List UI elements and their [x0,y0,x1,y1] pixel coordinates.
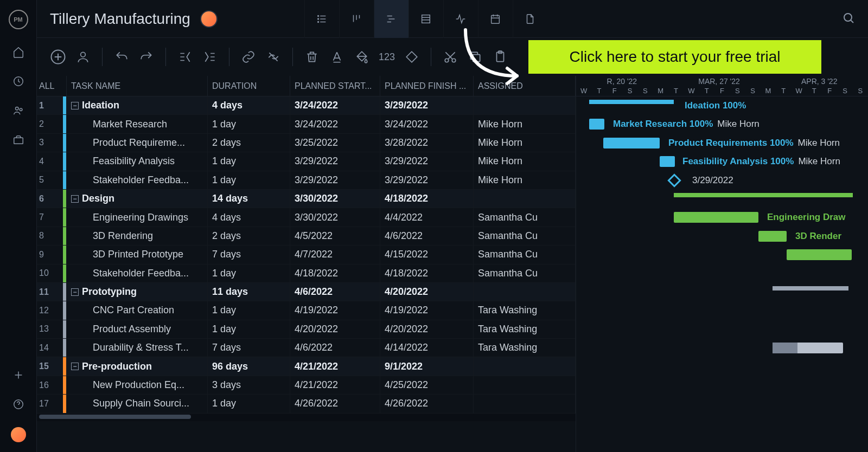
gantt-row[interactable] [576,376,868,395]
help-icon[interactable] [12,398,25,411]
task-row[interactable]: 11 −Prototyping 11 days 4/6/2022 4/20/20… [37,283,576,301]
redo-button[interactable] [138,49,155,65]
home-icon[interactable] [12,46,25,59]
gantt-bar[interactable] [787,249,852,260]
timeline-date: R, 20 '22 [607,77,637,86]
gantt-row[interactable] [576,339,868,357]
format-number-label[interactable]: 123 [379,51,395,63]
gantt-row[interactable]: Feasibility Analysis 100%Mike Horn [576,152,868,171]
timeline-day: M [653,87,668,95]
link-button[interactable] [240,49,257,65]
gantt-row[interactable]: Product Requirements 100%Mike Horn [576,134,868,152]
gantt-bar-label: 3/29/2022 [692,175,733,186]
gantt-row[interactable] [576,264,868,283]
collapse-button[interactable]: − [71,288,79,296]
col-header-finish[interactable]: PLANNED FINISH ... [380,76,474,96]
timeline-date: APR, 3 '22 [801,77,838,86]
view-file-icon[interactable] [513,0,547,38]
gantt-row[interactable] [576,246,868,264]
add-user-button[interactable] [75,49,91,65]
project-avatar[interactable] [200,10,218,28]
task-row[interactable]: 15 −Pre-production 96 days 4/21/2022 9/1… [37,357,576,376]
fill-button[interactable] [354,49,370,65]
grid-h-scrollbar[interactable] [37,414,576,421]
gantt-summary-bar[interactable] [589,100,674,104]
col-header-name[interactable]: TASK NAME [67,76,208,96]
gantt-bar[interactable] [674,212,758,223]
indent-button[interactable] [202,49,218,65]
gantt-row[interactable]: Ideation 100% [576,96,868,115]
task-name: 3D Printed Prototype [93,249,183,260]
row-number: 11 [39,287,49,297]
task-row[interactable]: 16 New Production Eq... 3 days 4/21/2022… [37,376,576,395]
plus-icon[interactable] [12,369,25,382]
view-board-icon[interactable] [339,0,374,38]
gantt-summary-bar[interactable] [674,193,853,197]
gantt-bar[interactable] [660,156,675,167]
col-header-all[interactable]: ALL [37,76,67,96]
svg-point-6 [318,18,319,20]
gantt-row[interactable]: Market Research 100%Mike Horn [576,115,868,133]
view-list-icon[interactable] [304,0,339,38]
view-calendar-icon[interactable] [478,0,513,38]
gantt-row[interactable]: 3/29/2022 [576,171,868,190]
task-row[interactable]: 3 Product Requireme... 2 days 3/25/2022 … [37,134,576,152]
team-icon[interactable] [12,104,25,117]
copy-button[interactable] [467,49,483,65]
gantt-row[interactable] [576,320,868,339]
text-style-button[interactable] [329,49,345,65]
gantt-bar[interactable] [603,138,660,148]
col-header-assigned[interactable]: ASSIGNED [474,76,576,96]
task-row[interactable]: 4 Feasibility Analysis 1 day 3/29/2022 3… [37,152,576,171]
gantt-bar[interactable] [758,231,787,242]
task-row[interactable]: 12 CNC Part Creation 1 day 4/19/2022 4/1… [37,301,576,320]
task-assignee [474,283,576,301]
delete-button[interactable] [304,49,320,65]
gantt-summary-bar[interactable] [773,286,848,290]
task-row[interactable]: 2 Market Research 1 day 3/24/2022 3/24/2… [37,115,576,133]
gantt-milestone[interactable] [667,173,681,187]
view-gantt-icon[interactable] [374,0,409,38]
gantt-bar-label: Market Research 100%Mike Horn [613,119,760,130]
collapse-button[interactable]: − [71,102,79,109]
collapse-button[interactable]: − [71,363,79,370]
briefcase-icon[interactable] [12,133,25,146]
gantt-bar[interactable] [589,119,604,130]
view-activity-icon[interactable] [443,0,478,38]
gantt-row[interactable] [576,283,868,301]
user-avatar-small[interactable] [11,427,26,442]
gantt-row[interactable] [576,301,868,320]
free-trial-cta[interactable]: Click here to start your free trial [528,40,821,74]
col-header-start[interactable]: PLANNED START... [290,76,380,96]
gantt-row[interactable] [576,190,868,208]
task-row[interactable]: 7 Engineering Drawings 4 days 3/30/2022 … [37,208,576,227]
outdent-button[interactable] [177,49,193,65]
task-row[interactable]: 14 Durability & Stress T... 7 days 4/6/2… [37,339,576,357]
task-row[interactable]: 10 Stakeholder Feedba... 1 day 4/18/2022… [37,264,576,283]
view-sheet-icon[interactable] [409,0,443,38]
gantt-row[interactable]: 3D Render [576,227,868,246]
unlink-button[interactable] [265,49,282,65]
app-logo[interactable]: PM [9,10,28,29]
cut-button[interactable] [442,49,458,65]
clock-icon[interactable] [12,75,25,88]
search-icon[interactable] [842,11,855,27]
gantt-row[interactable] [576,395,868,413]
gantt-bar[interactable] [773,343,843,353]
task-row[interactable]: 5 Stakeholder Feedba... 1 day 3/29/2022 … [37,171,576,190]
gantt-row[interactable] [576,357,868,376]
task-row[interactable]: 6 −Design 14 days 3/30/2022 4/18/2022 [37,190,576,208]
col-header-duration[interactable]: DURATION [208,76,290,96]
task-row[interactable]: 1 −Ideation 4 days 3/24/2022 3/29/2022 [37,96,576,115]
undo-button[interactable] [113,49,130,65]
gantt-chart[interactable]: R, 20 '22MAR, 27 '22APR, 3 '22 WTFSSMTWT… [576,76,868,452]
collapse-button[interactable]: − [71,195,79,203]
add-task-button[interactable] [50,49,66,65]
task-row[interactable]: 9 3D Printed Prototype 7 days 4/7/2022 4… [37,246,576,264]
priority-button[interactable] [404,49,420,65]
task-row[interactable]: 13 Product Assembly 1 day 4/20/2022 4/20… [37,320,576,339]
task-row[interactable]: 8 3D Rendering 2 days 4/5/2022 4/6/2022 … [37,227,576,246]
task-row[interactable]: 17 Supply Chain Sourci... 1 day 4/26/202… [37,395,576,413]
paste-button[interactable] [492,49,508,65]
gantt-row[interactable]: Engineering Draw [576,208,868,227]
